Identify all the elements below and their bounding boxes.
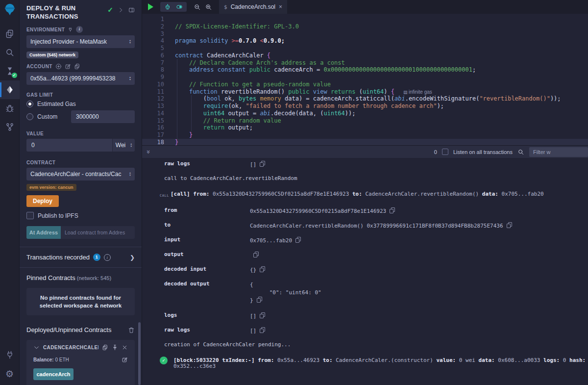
line-number: 12 <box>142 95 164 103</box>
copy-icon[interactable] <box>102 344 108 351</box>
code-line[interactable]: 7 // Declare Cadence Arch's address as a… <box>142 59 588 67</box>
close-icon[interactable] <box>122 344 128 351</box>
zoom-out-icon[interactable] <box>194 3 201 11</box>
copy-icon[interactable] <box>390 207 395 213</box>
code-line[interactable]: 8 address constant public cadenceArch = … <box>142 66 588 74</box>
info-icon[interactable]: i <box>104 254 111 261</box>
line-number: 13 <box>142 103 164 110</box>
terminal-row-value: [] <box>250 161 265 168</box>
copy-icon[interactable] <box>260 327 265 333</box>
code-line[interactable]: 5 <box>142 45 588 52</box>
search-icon[interactable] <box>517 149 524 155</box>
environment-select[interactable]: Injected Provider - MetaMask ▴▾ <box>26 35 135 48</box>
info-icon[interactable]: i <box>76 26 83 33</box>
publish-ipfs-checkbox[interactable] <box>26 212 34 219</box>
pin-icon[interactable] <box>112 344 118 351</box>
sidebar-item-file-explorer[interactable] <box>0 25 20 43</box>
terminal-output[interactable]: raw logs[]call to CadenceArchCaler.rever… <box>142 158 588 385</box>
custom-gas-radio[interactable] <box>26 113 33 120</box>
sidebar-item-deploy-run[interactable] <box>0 80 20 99</box>
line-number: 3 <box>142 30 164 38</box>
contract-select[interactable]: CadenceArchCaler - contracts/Cac ▴▾ <box>26 168 135 180</box>
listen-all-tx-label: Listen on all transactions <box>453 149 513 155</box>
collapse-terminal-icon[interactable]: » <box>145 150 152 154</box>
tab-cadencearch-sol[interactable]: $ CadenceArch.sol × <box>219 0 287 14</box>
zoom-in-icon[interactable] <box>205 3 212 11</box>
chevron-right-icon[interactable] <box>118 7 124 13</box>
chevron-right-icon[interactable]: ❯ <box>130 254 135 261</box>
terminal-kv-row: raw logs[] <box>142 161 588 168</box>
code-line[interactable]: 17 } <box>142 131 588 139</box>
code-line[interactable]: 11 function revertibleRandom() public vi… <box>142 88 588 96</box>
sidebar-item-settings[interactable]: ⚙ <box>0 364 20 383</box>
estimated-gas-radio[interactable] <box>26 101 33 107</box>
value-input[interactable] <box>26 139 112 152</box>
chevron-down-icon[interactable] <box>33 344 40 351</box>
code-line[interactable]: 10 // Function to get a pseudo-random va… <box>142 81 588 88</box>
terminal-row-value: { "0": "uint64: 0"} <box>250 281 321 305</box>
copy-icon[interactable] <box>257 297 262 303</box>
terminal-kv-row: toCadenceArchCaler.revertibleRandom() 0x… <box>142 222 588 229</box>
code-line[interactable]: 4pragma solidity >=0.7.0 <0.9.0; <box>142 37 588 45</box>
copy-icon[interactable] <box>507 222 512 228</box>
close-tab-icon[interactable]: × <box>279 3 282 10</box>
remix-ai-robot-icon[interactable] <box>164 3 172 10</box>
code-text: // Return random value <box>164 117 281 125</box>
sidebar-item-solidity-compiler[interactable]: ✓ <box>0 62 20 80</box>
publish-ipfs-label: Publish to IPFS <box>38 212 78 219</box>
terminal-filter-input[interactable] <box>529 147 588 157</box>
at-address-button[interactable]: At Address <box>26 226 61 239</box>
code-line[interactable]: 2// SPDX-License-Identifier: GPL-3.0 <box>142 23 588 30</box>
copy-icon[interactable] <box>295 237 301 243</box>
code-line[interactable]: 14 uint64 output = abi.decode(data, (uin… <box>142 110 588 117</box>
panel-scrollbar[interactable] <box>138 322 141 385</box>
run-script-play-icon[interactable] <box>148 3 153 10</box>
terminal-block-line[interactable]: ✓[block:5033220 txIndex:-] from: 0x55a..… <box>160 358 588 369</box>
copilot-toggle-icon[interactable] <box>175 3 183 10</box>
code-line[interactable]: 9 <box>142 74 588 81</box>
transactions-recorded-row[interactable]: Transactions recorded 1 i ❯ <box>26 247 135 267</box>
copy-icon[interactable] <box>260 161 265 167</box>
account-select[interactable]: 0x55a...46923 (999.9999453238 ▴▾ <box>26 72 135 85</box>
copy-icon[interactable] <box>260 312 265 318</box>
success-check-icon: ✓ <box>160 357 168 364</box>
sidebar-item-git[interactable] <box>0 118 20 136</box>
indent-guide <box>177 59 177 139</box>
sidebar-item-debugger[interactable] <box>0 99 20 118</box>
add-account-icon[interactable] <box>55 63 62 70</box>
listen-all-tx-checkbox[interactable] <box>442 149 448 155</box>
code-line[interactable]: 18} <box>142 139 588 145</box>
code-text: } <box>164 131 193 139</box>
indent-guide <box>191 95 192 131</box>
copy-icon[interactable] <box>260 266 265 272</box>
terminal-header: » 0 Listen on all transactions <box>142 145 588 158</box>
custom-gas-input[interactable] <box>71 110 135 123</box>
contract-label: CONTRACT <box>26 160 135 165</box>
terminal-call-line[interactable]: call[call] from: 0x55a1320D432759960C5Df… <box>160 191 588 199</box>
edit-icon[interactable] <box>65 63 71 70</box>
select-stepper-icon: ▴▾ <box>130 143 132 148</box>
plug-icon[interactable] <box>68 27 73 32</box>
code-editor[interactable]: 12// SPDX-License-Identifier: GPL-3.034p… <box>142 14 588 145</box>
copy-icon[interactable] <box>74 63 80 70</box>
code-line[interactable]: 15 // Return random value <box>142 117 588 125</box>
terminal-row-value: {} <box>250 266 265 273</box>
pin-panel-icon[interactable] <box>128 7 135 13</box>
sidebar-item-plugin-manager[interactable] <box>0 346 20 364</box>
code-line[interactable]: 6contract CadenceArchCaler { <box>142 52 588 59</box>
copy-icon[interactable] <box>253 252 259 257</box>
sidebar-item-search[interactable] <box>0 43 20 62</box>
trash-icon[interactable] <box>128 327 135 334</box>
code-text: // Function to get a pseudo-random value <box>164 81 331 88</box>
code-line[interactable]: 3 <box>142 30 588 38</box>
contract-function-button[interactable]: cadenceArch <box>33 368 74 380</box>
code-line[interactable]: 13 require(ok, "failed to fetch a random… <box>142 103 588 110</box>
code-line[interactable]: 16 return output; <box>142 124 588 131</box>
edit-icon[interactable] <box>122 357 128 363</box>
code-line[interactable]: 1 <box>142 16 588 23</box>
search-icon <box>5 48 15 57</box>
code-line[interactable]: 12 (bool ok, bytes memory data) = cadenc… <box>142 95 588 103</box>
deploy-button[interactable]: Deploy <box>26 195 59 207</box>
value-unit-select[interactable]: Wei ▴▾ <box>112 139 135 152</box>
at-address-input[interactable] <box>61 226 135 239</box>
